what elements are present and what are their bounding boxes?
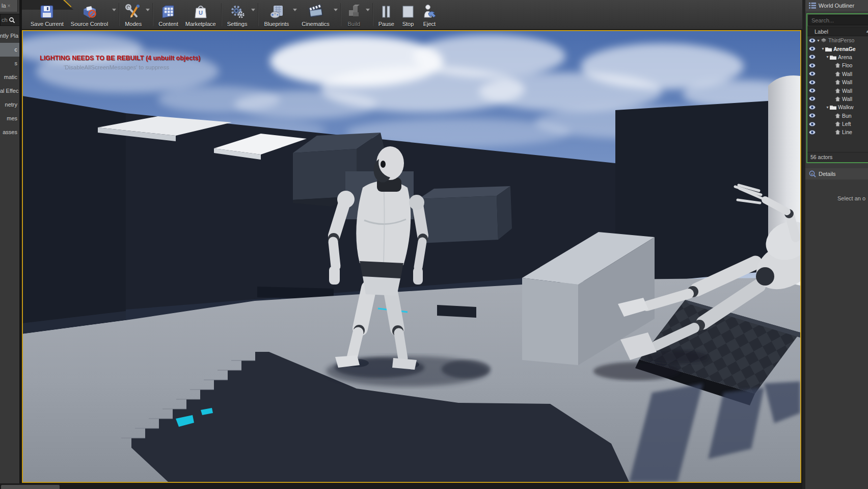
row-label: Bun [842,113,852,119]
source-control-button[interactable]: Source Control [67,0,112,29]
button-label: Stop [402,21,414,27]
visibility-eye-icon[interactable] [809,88,816,93]
content-button[interactable]: Content [155,0,182,29]
outliner-row-folder[interactable]: ▼ArenaGe [807,44,868,53]
visibility-eye-icon[interactable] [809,122,816,126]
floppy-disk-icon [39,3,55,20]
gears-icon [229,3,246,20]
category-basic-selected[interactable]: c [0,43,19,57]
visibility-eye-icon[interactable] [809,63,816,68]
outliner-search-input[interactable]: Search... [808,15,868,25]
actor-count: 56 actors [807,152,868,162]
expand-arrow-icon[interactable]: ▼ [826,106,829,109]
category-recently-placed[interactable]: ntly Pla [0,29,19,43]
toolbar-separator [340,3,341,26]
place-actors-tab[interactable]: la× [0,0,18,12]
row-label: Wall [842,88,852,94]
category-lights[interactable]: s [0,57,19,70]
build-dropdown-icon[interactable] [366,9,370,11]
category-visual-effects[interactable]: al Effec [0,84,19,98]
world-outliner-body: Search... Label ▲ ▼ThirdPerso▼ArenaGe▼Ar… [806,13,868,163]
category-volumes[interactable]: mes [0,112,19,125]
visibility-eye-icon[interactable] [809,113,816,118]
tab-label: la [2,3,6,9]
world-outliner-tab[interactable]: World Outliner [805,0,868,11]
toolbar-separator [372,3,373,26]
stop-icon [401,3,415,20]
outliner-row-actor[interactable]: Floo [807,61,868,69]
blueprints-dropdown-icon[interactable] [293,9,297,11]
outliner-row-folder[interactable]: ▼Walkw [807,103,868,111]
outliner-row-actor[interactable]: Bun [807,112,868,120]
outliner-column-header[interactable]: Label ▲ [807,27,868,36]
outliner-row-actor[interactable]: Wall [807,78,868,86]
visibility-eye-icon[interactable] [809,130,816,135]
sort-ascending-icon: ▲ [865,29,868,34]
visibility-eye-icon[interactable] [809,80,816,85]
visibility-eye-icon[interactable] [809,46,816,51]
button-label: Save Current [31,21,64,27]
cinematics-button[interactable]: Cinematics [298,0,333,29]
outliner-row-actor[interactable]: Wall [807,70,868,78]
row-label: Wall [842,96,852,102]
pause-button[interactable]: Pause [375,0,398,29]
settings-button[interactable]: Settings [224,0,251,29]
outliner-row-level[interactable]: ▼ThirdPerso [807,36,868,44]
play-in-editor-viewport[interactable]: LIGHTING NEEDS TO BE REBUILT (4 unbuilt … [22,30,801,483]
save-current-button[interactable]: Save Current [27,0,67,29]
category-geometry[interactable]: netry [0,98,19,112]
tab-close-icon[interactable]: × [8,3,11,9]
bottom-left-bar[interactable] [1,485,60,489]
visibility-eye-icon[interactable] [809,105,816,110]
expand-arrow-icon[interactable]: ▼ [817,39,820,42]
eject-button[interactable]: Eject [418,0,441,29]
stop-button[interactable]: Stop [398,0,418,29]
modes-dropdown-icon[interactable] [146,9,150,11]
settings-dropdown-icon[interactable] [251,9,255,11]
clapperboard-icon [307,3,324,20]
floor-step-edge [437,305,476,318]
row-label: Walkw [838,104,854,110]
modes-button[interactable]: Modes [121,0,145,29]
details-tab[interactable]: i Details [805,168,868,179]
outliner-row-actor[interactable]: Left [807,120,868,128]
category-all-classes[interactable]: asses [0,125,19,139]
outliner-row-actor[interactable]: Wall [807,86,868,94]
static-mesh-icon [835,71,840,76]
outliner-row-folder[interactable]: ▼Arena [807,53,868,61]
cinematics-dropdown-icon[interactable] [334,9,338,11]
lighting-warning-text: LIGHTING NEEDS TO BE REBUILT (4 unbuilt … [40,55,201,62]
search-icon [9,17,15,23]
wrench-brush-icon [125,3,142,20]
visibility-eye-icon[interactable] [809,96,816,101]
category-cinematic[interactable]: matic [0,70,19,84]
level-icon [821,38,827,43]
visibility-eye-icon[interactable] [809,55,816,59]
bottom-strip [0,483,805,489]
button-label: Build [348,21,360,27]
place-actors-categories: ntly Pla c s matic al Effec netry mes as… [0,29,19,139]
outliner-row-actor[interactable]: Wall [807,95,868,103]
outliner-tree: ▼ThirdPerso▼ArenaGe▼ArenaFlooWallWallWal… [807,36,868,137]
svg-text:i: i [811,172,812,176]
row-label: Arena [838,54,852,60]
visibility-eye-icon[interactable] [809,38,816,43]
source-control-dropdown-icon[interactable] [112,9,116,11]
content-browser-icon [160,3,176,20]
button-label: Settings [227,21,248,27]
button-label: Modes [125,21,142,27]
place-actors-search-input[interactable]: ch [0,14,19,26]
expand-arrow-icon[interactable]: ▼ [821,47,825,50]
static-mesh-icon [835,80,840,85]
place-actors-panel-cut: la× ch ntly Pla c s matic al Effec netry… [0,0,19,483]
visibility-eye-icon[interactable] [809,71,816,76]
expand-arrow-icon[interactable]: ▼ [826,55,829,59]
marketplace-button[interactable]: U Marketplace [182,0,220,29]
button-label: Marketplace [185,21,216,27]
static-mesh-icon [835,130,840,135]
column-label: Label [815,29,828,35]
static-mesh-icon [835,121,840,126]
blueprints-button[interactable]: Blueprints [260,0,292,29]
row-label: ThirdPerso [828,37,854,43]
outliner-row-actor[interactable]: Line [807,128,868,136]
